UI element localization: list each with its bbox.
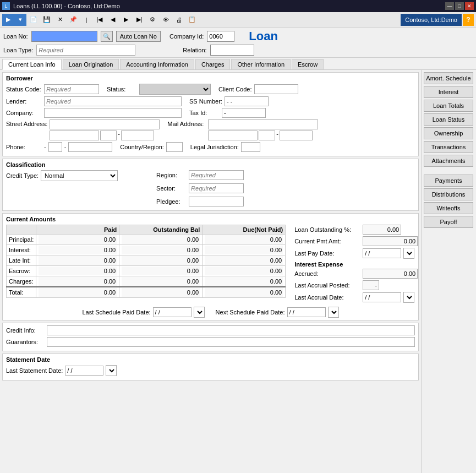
loan-status-button[interactable]: Loan Status [424,113,473,126]
street-address-input1[interactable] [50,119,160,129]
last-statement-date-input[interactable] [65,366,103,376]
accrued-input[interactable] [363,269,418,279]
street-state-input[interactable] [100,131,117,140]
credit-info-input[interactable] [47,325,415,335]
next-button[interactable]: ▶ [120,14,132,26]
prev-button[interactable]: ◀ [107,14,119,26]
payoff-button[interactable]: Payoff [424,216,473,228]
charges-outstanding-input[interactable] [122,277,200,286]
maximize-button[interactable]: □ [455,2,464,10]
last-pay-date-dropdown[interactable]: ▾ [403,248,414,259]
phone-area-input[interactable] [48,142,62,152]
interest-outstanding-input[interactable] [122,246,200,254]
delete-button[interactable]: ✕ [54,14,66,26]
last-accrual-date-input[interactable] [363,292,401,302]
tab-charges[interactable]: Charges [195,59,231,69]
export-button[interactable]: 📋 [186,14,198,26]
mail-city-input[interactable] [208,131,258,140]
first-button[interactable]: |◀ [94,14,106,26]
amort-schedule-button[interactable]: Amort. Schedule [424,72,473,84]
principal-paid-input[interactable] [39,235,117,244]
escrow-due-input[interactable] [205,267,283,275]
status-select[interactable] [139,84,211,95]
interest-paid-input[interactable] [39,246,117,254]
last-schedule-paid-input[interactable] [153,307,192,317]
tax-id-input[interactable] [222,108,266,118]
mail-zip-input[interactable] [280,131,313,140]
transactions-button[interactable]: Transactions [424,141,473,153]
sector-input[interactable] [189,183,244,193]
ownership-button[interactable]: Ownership [424,127,473,139]
minimize-button[interactable]: — [445,2,454,10]
auto-loan-no-button[interactable]: Auto Loan No [116,31,161,42]
guarantors-input[interactable] [47,337,415,347]
loan-search-button[interactable]: 🔍 [101,31,113,42]
save-button[interactable]: 💾 [41,14,53,26]
help-button[interactable]: ? [463,14,474,26]
next-schedule-paid-input[interactable] [287,307,326,317]
close-button[interactable]: ✕ [465,2,474,10]
company-id-input[interactable] [207,31,234,42]
escrow-outstanding-input[interactable] [122,267,200,275]
loan-no-input[interactable] [31,31,97,42]
charges-due-input[interactable] [205,277,283,286]
loan-totals-button[interactable]: Loan Totals [424,100,473,112]
tab-loan-origination[interactable]: Loan Origination [63,59,119,69]
principal-due-input[interactable] [205,235,283,244]
phone-number-input[interactable] [68,142,112,152]
last-button[interactable]: ▶| [133,14,145,26]
tab-current-loan-info[interactable]: Current Loan Info [2,59,62,70]
late-int-outstanding-input[interactable] [122,256,200,265]
row-label-total: Total: [7,287,36,298]
writeoffs-button[interactable]: Writeoffs [424,202,473,214]
client-code-input[interactable] [254,84,298,94]
tab-accounting-information[interactable]: Accounting Information [120,59,194,69]
company-input[interactable] [44,108,182,118]
new-button[interactable]: 📄 [28,14,40,26]
current-pmt-amt-input[interactable] [363,236,418,246]
distributions-button[interactable]: Distributions [424,188,473,200]
mail-address-input1[interactable] [208,119,318,129]
status-code-input[interactable] [44,84,99,94]
loan-type-input[interactable] [36,45,135,56]
credit-type-select[interactable]: Normal Watch Substandard Doubtful Loss [41,170,118,181]
last-statement-date-dropdown[interactable]: ▾ [106,365,117,376]
relation-input[interactable] [210,45,254,56]
loan-outstanding-pct-input[interactable] [363,225,401,235]
last-schedule-paid-dropdown[interactable]: ▾ [194,307,205,318]
pledgee-input[interactable] [189,197,244,206]
tab-escrow[interactable]: Escrow [292,59,324,69]
print-button[interactable]: 🖨 [173,14,185,26]
ss-number-input[interactable] [225,96,269,106]
payments-button[interactable]: Payments [424,175,473,187]
tab-other-information[interactable]: Other Information [231,59,291,69]
charges-paid-input[interactable] [39,277,117,286]
street-city-input[interactable] [50,131,99,140]
country-input[interactable] [166,142,183,152]
pin-button[interactable]: 📌 [67,14,79,26]
escrow-paid-input[interactable] [39,267,117,275]
legal-jurisdiction-input[interactable] [241,142,260,152]
dropdown-button[interactable]: ▾ [14,14,26,26]
view-button[interactable]: 👁 [160,14,172,26]
total-due-input[interactable] [205,288,283,297]
street-zip-input[interactable] [121,131,154,140]
late-int-due-input[interactable] [205,256,283,265]
total-paid-input[interactable] [39,288,117,297]
lender-input[interactable] [44,96,182,106]
next-schedule-paid-dropdown[interactable]: ▾ [328,307,339,318]
mail-state-input[interactable] [259,131,275,140]
play-button[interactable]: ▶ [2,14,14,26]
region-input[interactable] [189,170,244,180]
late-int-paid-input[interactable] [39,256,117,265]
principal-outstanding-input[interactable] [122,235,200,244]
right-amounts: Loan Outstanding %: Current Pmt Amt: Las… [294,225,418,305]
tools-button[interactable]: ⚙ [146,14,158,26]
total-outstanding-input[interactable] [122,288,200,297]
last-pay-date-input[interactable] [363,248,401,258]
attachments-button[interactable]: Attachments [424,155,473,167]
last-accrual-date-dropdown[interactable]: ▾ [403,292,414,303]
interest-due-input[interactable] [205,246,283,254]
interest-button[interactable]: Interest [424,86,473,98]
last-accrual-posted-input[interactable] [363,280,379,290]
